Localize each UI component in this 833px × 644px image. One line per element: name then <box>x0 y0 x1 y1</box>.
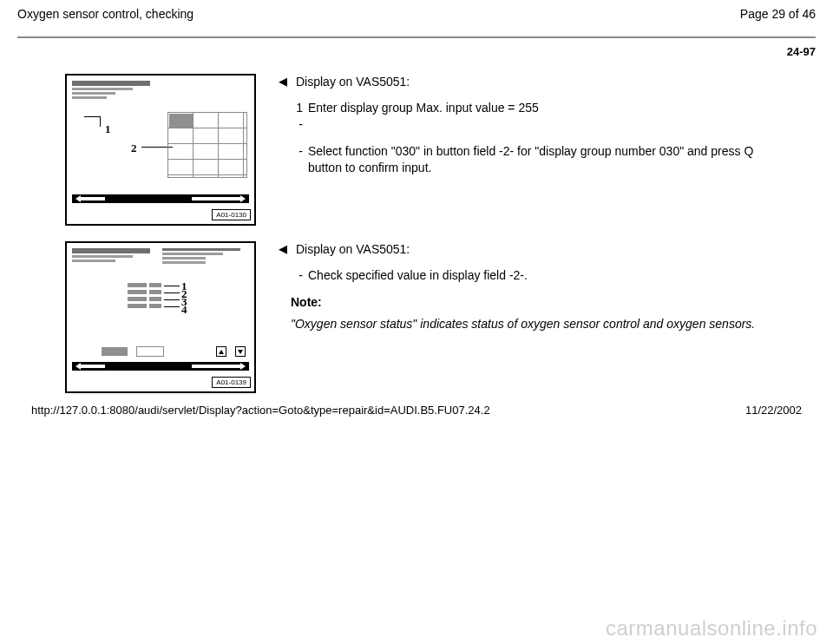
step-text: Enter display group Max. input value = 2… <box>308 100 539 133</box>
pointer-left-icon: ◂ <box>279 72 287 89</box>
pointer-left-icon: ◂ <box>279 240 287 257</box>
note-text: "Oxygen sensor status" indicates status … <box>291 316 764 332</box>
step-item: - Select function "030" in button field … <box>291 143 764 176</box>
step-marker: - <box>291 267 303 284</box>
mini-grid-icon <box>167 112 247 178</box>
step-marker: 1 - <box>291 100 303 133</box>
figure-a01-0130: 1 2 A01-0130 <box>65 74 256 226</box>
doc-title: Oxygen sensor control, checking <box>17 7 193 21</box>
figure-label: A01-0139 <box>212 377 251 388</box>
footer-date: 11/22/2002 <box>745 404 802 417</box>
figure-label: A01-0130 <box>212 209 251 220</box>
step-item: 1 - Enter display group Max. input value… <box>291 100 764 133</box>
note-label: Note: <box>291 294 764 311</box>
mini-bottom-strip <box>72 194 249 203</box>
up-arrow-icon <box>216 346 226 357</box>
figure-callout: 2 <box>131 141 137 155</box>
mini-data-rows <box>128 283 161 308</box>
step-text: Check specified value in display field -… <box>308 267 528 284</box>
header-rule <box>17 36 816 38</box>
step-marker: - <box>291 143 303 176</box>
footer-url: http://127.0.0.1:8080/audi/servlet/Displ… <box>31 404 490 417</box>
step-item: - Check specified value in display field… <box>291 267 764 284</box>
figure-a01-0139: 1 2 3 4 A01-0139 <box>65 241 256 393</box>
page-number: Page 29 of 46 <box>740 7 816 21</box>
down-arrow-icon <box>235 346 246 357</box>
figure-callout: 4 <box>181 303 187 317</box>
page-code: 24-97 <box>17 45 816 67</box>
step-text: Select function "030" in button field -2… <box>308 143 764 176</box>
watermark: carmanualsonline.info <box>606 616 817 641</box>
step-heading: Display on VAS5051: <box>296 241 410 258</box>
instruction-row: 1 2 3 4 A01-0139 <box>65 241 816 393</box>
figure-callout: 1 <box>105 122 111 136</box>
mini-bottom-strip <box>72 362 249 371</box>
step-heading: Display on VAS5051: <box>296 74 410 90</box>
instruction-row: 1 2 A01-0130 ◂ Display on VAS5051: <box>65 74 816 226</box>
mini-button-row <box>102 346 246 357</box>
